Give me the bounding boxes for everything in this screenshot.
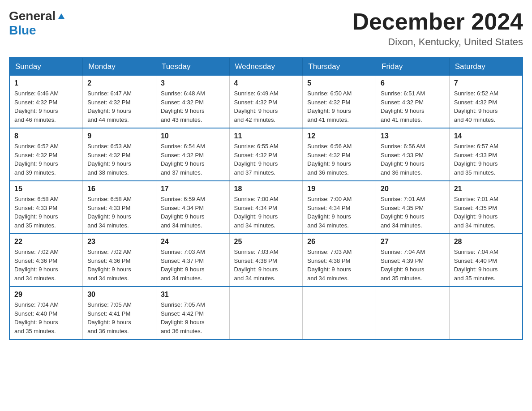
day-info: Sunrise: 6:57 AM Sunset: 4:33 PM Dayligh… <box>454 142 518 177</box>
calendar-cell: 11 Sunrise: 6:55 AM Sunset: 4:32 PM Dayl… <box>229 128 303 181</box>
day-number: 11 <box>234 132 298 140</box>
page-header: General Blue December 2024 Dixon, Kentuc… <box>9 9 523 48</box>
day-info: Sunrise: 6:47 AM Sunset: 4:32 PM Dayligh… <box>87 89 151 124</box>
title-section: December 2024 Dixon, Kentucky, United St… <box>352 9 523 48</box>
day-number: 24 <box>161 238 225 246</box>
day-number: 26 <box>307 238 371 246</box>
day-info: Sunrise: 6:50 AM Sunset: 4:32 PM Dayligh… <box>307 89 371 124</box>
day-info: Sunrise: 7:01 AM Sunset: 4:35 PM Dayligh… <box>381 195 445 230</box>
week-row-4: 22 Sunrise: 7:02 AM Sunset: 4:36 PM Dayl… <box>9 234 523 287</box>
day-number: 14 <box>454 132 518 140</box>
day-info: Sunrise: 6:56 AM Sunset: 4:32 PM Dayligh… <box>307 142 371 177</box>
day-number: 23 <box>87 238 151 246</box>
weekday-header-friday: Friday <box>376 57 450 76</box>
day-info: Sunrise: 7:04 AM Sunset: 4:40 PM Dayligh… <box>14 300 78 335</box>
logo-triangle-icon <box>57 12 65 21</box>
day-number: 2 <box>87 79 151 87</box>
day-info: Sunrise: 7:04 AM Sunset: 4:40 PM Dayligh… <box>454 248 518 283</box>
calendar-cell: 14 Sunrise: 6:57 AM Sunset: 4:33 PM Dayl… <box>449 128 523 181</box>
calendar-cell: 25 Sunrise: 7:03 AM Sunset: 4:38 PM Dayl… <box>229 234 303 287</box>
month-year-title: December 2024 <box>352 9 523 34</box>
day-info: Sunrise: 7:04 AM Sunset: 4:39 PM Dayligh… <box>381 248 445 283</box>
calendar-cell: 17 Sunrise: 6:59 AM Sunset: 4:34 PM Dayl… <box>156 181 229 234</box>
calendar-cell: 12 Sunrise: 6:56 AM Sunset: 4:32 PM Dayl… <box>303 128 376 181</box>
day-info: Sunrise: 6:56 AM Sunset: 4:33 PM Dayligh… <box>381 142 445 177</box>
calendar-cell <box>376 287 450 339</box>
calendar-cell: 23 Sunrise: 7:02 AM Sunset: 4:36 PM Dayl… <box>83 234 156 287</box>
day-number: 21 <box>454 185 518 193</box>
calendar-cell: 7 Sunrise: 6:52 AM Sunset: 4:32 PM Dayli… <box>449 76 523 128</box>
calendar-cell: 29 Sunrise: 7:04 AM Sunset: 4:40 PM Dayl… <box>9 287 83 339</box>
calendar-cell: 5 Sunrise: 6:50 AM Sunset: 4:32 PM Dayli… <box>303 76 376 128</box>
day-info: Sunrise: 6:46 AM Sunset: 4:32 PM Dayligh… <box>14 89 78 124</box>
day-info: Sunrise: 6:55 AM Sunset: 4:32 PM Dayligh… <box>234 142 298 177</box>
day-info: Sunrise: 6:53 AM Sunset: 4:32 PM Dayligh… <box>87 142 151 177</box>
calendar-table: SundayMondayTuesdayWednesdayThursdayFrid… <box>9 57 523 340</box>
calendar-cell: 27 Sunrise: 7:04 AM Sunset: 4:39 PM Dayl… <box>376 234 450 287</box>
day-info: Sunrise: 7:00 AM Sunset: 4:34 PM Dayligh… <box>234 195 298 230</box>
calendar-cell: 16 Sunrise: 6:58 AM Sunset: 4:33 PM Dayl… <box>83 181 156 234</box>
calendar-cell: 21 Sunrise: 7:01 AM Sunset: 4:35 PM Dayl… <box>449 181 523 234</box>
calendar-cell: 1 Sunrise: 6:46 AM Sunset: 4:32 PM Dayli… <box>9 76 83 128</box>
day-info: Sunrise: 6:49 AM Sunset: 4:32 PM Dayligh… <box>234 89 298 124</box>
calendar-cell: 8 Sunrise: 6:52 AM Sunset: 4:32 PM Dayli… <box>9 128 83 181</box>
day-number: 29 <box>14 291 78 299</box>
day-number: 10 <box>161 132 225 140</box>
calendar-cell: 15 Sunrise: 6:58 AM Sunset: 4:33 PM Dayl… <box>9 181 83 234</box>
day-number: 20 <box>381 185 445 193</box>
calendar-cell: 13 Sunrise: 6:56 AM Sunset: 4:33 PM Dayl… <box>376 128 450 181</box>
weekday-header-thursday: Thursday <box>303 57 376 76</box>
calendar-cell <box>229 287 303 339</box>
calendar-cell: 19 Sunrise: 7:00 AM Sunset: 4:34 PM Dayl… <box>303 181 376 234</box>
day-info: Sunrise: 7:05 AM Sunset: 4:41 PM Dayligh… <box>87 300 151 335</box>
day-info: Sunrise: 7:00 AM Sunset: 4:34 PM Dayligh… <box>307 195 371 230</box>
day-number: 9 <box>87 132 151 140</box>
day-number: 12 <box>307 132 371 140</box>
day-info: Sunrise: 6:51 AM Sunset: 4:32 PM Dayligh… <box>381 89 445 124</box>
weekday-header-tuesday: Tuesday <box>156 57 229 76</box>
calendar-cell <box>449 287 523 339</box>
day-info: Sunrise: 7:03 AM Sunset: 4:37 PM Dayligh… <box>161 248 225 283</box>
day-info: Sunrise: 6:59 AM Sunset: 4:34 PM Dayligh… <box>161 195 225 230</box>
svg-marker-0 <box>58 13 64 19</box>
weekday-header-row: SundayMondayTuesdayWednesdayThursdayFrid… <box>9 57 523 76</box>
day-number: 18 <box>234 185 298 193</box>
calendar-cell: 3 Sunrise: 6:48 AM Sunset: 4:32 PM Dayli… <box>156 76 229 128</box>
weekday-header-saturday: Saturday <box>449 57 523 76</box>
weekday-header-wednesday: Wednesday <box>229 57 303 76</box>
weekday-header-monday: Monday <box>83 57 156 76</box>
calendar-cell: 22 Sunrise: 7:02 AM Sunset: 4:36 PM Dayl… <box>9 234 83 287</box>
day-info: Sunrise: 7:03 AM Sunset: 4:38 PM Dayligh… <box>307 248 371 283</box>
calendar-cell: 18 Sunrise: 7:00 AM Sunset: 4:34 PM Dayl… <box>229 181 303 234</box>
day-number: 4 <box>234 79 298 87</box>
day-number: 27 <box>381 238 445 246</box>
day-info: Sunrise: 7:03 AM Sunset: 4:38 PM Dayligh… <box>234 248 298 283</box>
calendar-cell: 30 Sunrise: 7:05 AM Sunset: 4:41 PM Dayl… <box>83 287 156 339</box>
calendar-cell: 9 Sunrise: 6:53 AM Sunset: 4:32 PM Dayli… <box>83 128 156 181</box>
logo-blue-text: Blue <box>9 23 36 37</box>
week-row-2: 8 Sunrise: 6:52 AM Sunset: 4:32 PM Dayli… <box>9 128 523 181</box>
calendar-cell: 6 Sunrise: 6:51 AM Sunset: 4:32 PM Dayli… <box>376 76 450 128</box>
day-info: Sunrise: 7:02 AM Sunset: 4:36 PM Dayligh… <box>14 248 78 283</box>
day-number: 25 <box>234 238 298 246</box>
calendar-cell: 26 Sunrise: 7:03 AM Sunset: 4:38 PM Dayl… <box>303 234 376 287</box>
calendar-cell: 4 Sunrise: 6:49 AM Sunset: 4:32 PM Dayli… <box>229 76 303 128</box>
weekday-header-sunday: Sunday <box>9 57 83 76</box>
calendar-cell: 28 Sunrise: 7:04 AM Sunset: 4:40 PM Dayl… <box>449 234 523 287</box>
day-number: 16 <box>87 185 151 193</box>
week-row-5: 29 Sunrise: 7:04 AM Sunset: 4:40 PM Dayl… <box>9 287 523 339</box>
day-number: 31 <box>161 291 225 299</box>
day-number: 1 <box>14 79 78 87</box>
day-info: Sunrise: 6:52 AM Sunset: 4:32 PM Dayligh… <box>454 89 518 124</box>
day-info: Sunrise: 7:01 AM Sunset: 4:35 PM Dayligh… <box>454 195 518 230</box>
day-number: 5 <box>307 79 371 87</box>
logo: General Blue <box>9 9 65 38</box>
day-number: 30 <box>87 291 151 299</box>
day-info: Sunrise: 6:58 AM Sunset: 4:33 PM Dayligh… <box>87 195 151 230</box>
location-subtitle: Dixon, Kentucky, United States <box>352 36 523 48</box>
day-number: 28 <box>454 238 518 246</box>
calendar-cell: 10 Sunrise: 6:54 AM Sunset: 4:32 PM Dayl… <box>156 128 229 181</box>
day-number: 19 <box>307 185 371 193</box>
calendar-cell <box>303 287 376 339</box>
day-number: 3 <box>161 79 225 87</box>
